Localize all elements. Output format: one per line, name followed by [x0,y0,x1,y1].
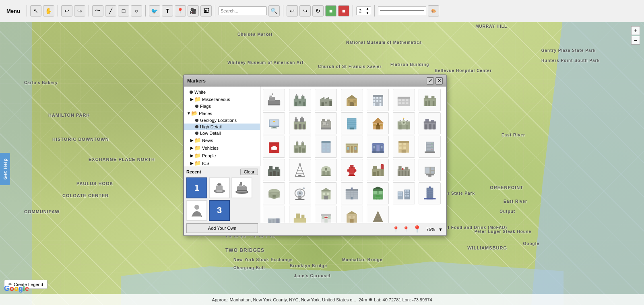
icon-dark-complex[interactable] [263,159,285,181]
icon-partial3-hospital[interactable] [315,206,337,223]
undo-button[interactable]: ↩ [287,5,298,16]
tree-item-miscellaneous[interactable]: ▶ 📁 Miscellaneous [184,95,260,103]
icon-building-gray[interactable] [367,89,389,111]
icon-industrial1[interactable] [289,89,311,111]
icon-hut[interactable] [367,112,389,134]
icon-strip-mall[interactable] [341,136,363,158]
icon-carrier[interactable] [263,89,285,111]
icon-hospital[interactable] [263,136,285,158]
icon-power-plant[interactable] [289,136,311,158]
svg-rect-238 [376,195,380,199]
icon-small-office[interactable] [315,182,337,204]
get-help-tab[interactable]: Get Help [0,153,10,185]
add-own-button[interactable]: Add Your Own [186,223,258,233]
camera-tool[interactable]: 🎥 [188,5,199,16]
cursor-tool[interactable]: ↖ [30,5,41,16]
tree-item-low-detail[interactable]: Low Detail [184,130,260,136]
icon-oil-derrick[interactable] [289,159,311,181]
icon-hydrant[interactable] [341,159,363,181]
tree-item-ics[interactable]: ▶ 📁 ICS [184,159,260,166]
marker-tool[interactable]: 📍 [175,5,186,16]
forward-tool[interactable]: ↪ [74,5,85,16]
zoom-out-button[interactable]: − [631,36,640,45]
icon-warehouse2[interactable] [393,159,415,181]
draw-path[interactable]: 〜 [92,5,103,16]
color-green[interactable]: ■ [325,5,336,16]
refresh-button[interactable]: ↻ [312,5,324,16]
recent-item-2[interactable] [209,177,230,198]
image-tool[interactable]: 🖼 [200,5,212,16]
recent-item-4[interactable] [186,200,207,221]
text-tool[interactable]: T [162,5,173,16]
icon-skyscraper[interactable] [419,182,441,204]
icon-factory2[interactable] [289,112,311,134]
pin-icon-2: 📍 [402,226,409,233]
expand-people[interactable]: ▶ [190,153,194,158]
zoom-in-button[interactable]: + [631,26,640,35]
icon-gray-flat[interactable] [393,89,415,111]
icon-partial5[interactable] [367,206,389,223]
redo-button[interactable]: ↪ [299,5,311,16]
recent-item-3[interactable] [231,177,252,198]
hand-tool[interactable]: ✋ [43,5,54,16]
icon-partial1[interactable] [263,206,285,223]
expand-miscellaneous[interactable]: ▶ [190,97,194,101]
icon-nuclear2[interactable] [315,159,337,181]
dropdown-arrow[interactable]: ▼ [438,227,443,232]
tree-item-vehicles[interactable]: ▶ 📁 Vehicles [184,144,260,152]
icon-factory3[interactable] [367,159,389,181]
icon-industrial2[interactable] [419,89,441,111]
icon-storage[interactable] [263,182,285,204]
icon-office1[interactable] [315,136,337,158]
zoom-down[interactable]: ▼ [364,11,371,15]
svg-rect-74 [322,119,325,121]
icon-big-blue[interactable] [367,136,389,158]
markers-close-button[interactable]: ✕ [436,77,443,84]
icon-machine[interactable] [315,112,337,134]
icon-server[interactable] [419,136,441,158]
icon-panel[interactable] [419,159,441,181]
recent-item-1[interactable]: 1 [186,177,207,198]
icon-warehouse1[interactable] [341,89,363,111]
svg-rect-122 [327,143,329,145]
icon-partial2[interactable] [289,206,311,223]
expand-places[interactable]: ▼ [186,111,191,115]
icon-satellite-dish[interactable] [289,182,311,204]
tree-item-people[interactable]: ▶ 📁 People [184,152,260,159]
icon-large-complex[interactable] [341,182,363,204]
expand-vehicles[interactable]: ▶ [190,146,194,150]
expand-news[interactable]: ▶ [190,138,194,142]
expand-ics[interactable]: ▶ [190,161,194,165]
back-tool[interactable]: ↩ [61,5,72,16]
icon-modern-building[interactable] [341,112,363,134]
tree-item-places[interactable]: ▼ 📂 Places [184,109,260,117]
tree-item-flags[interactable]: Flags [184,103,260,109]
clear-button[interactable]: Clear [240,169,258,175]
draw-circle[interactable]: ○ [131,5,142,16]
tree-item-geology[interactable]: Geology Locations [184,117,260,124]
menu-button[interactable]: Menu [3,5,23,16]
recent-item-5[interactable]: 3 [209,200,230,221]
draw-line[interactable]: ╱ [105,5,116,16]
tree-item-news[interactable]: ▶ 📁 News [184,136,260,144]
icon-complex[interactable] [419,112,441,134]
icon-beige-building[interactable] [393,136,415,158]
icon-nuclear[interactable] [393,112,415,134]
search-button[interactable]: 🔍 [268,5,280,16]
icon-partial4[interactable] [341,206,363,223]
search-input[interactable] [219,6,267,15]
zoom-up[interactable]: ▲ [364,6,371,11]
svg-rect-131 [351,146,353,152]
draw-shape[interactable]: □ [118,5,129,16]
icon-multi-building[interactable] [393,182,415,204]
color-red[interactable]: ■ [338,5,349,16]
icon-monitor[interactable] [263,112,285,134]
color-picker[interactable]: 🎨 [428,5,439,16]
twitter-tool[interactable]: 🐦 [149,5,160,16]
tree-item-white[interactable]: White [184,89,260,95]
icon-factory1[interactable] [315,89,337,111]
svg-rect-229 [351,197,353,199]
markers-expand-button[interactable]: ⤢ [427,77,434,84]
tree-item-high-detail[interactable]: High Detail [184,124,260,130]
icon-green-bldg[interactable] [367,182,389,204]
